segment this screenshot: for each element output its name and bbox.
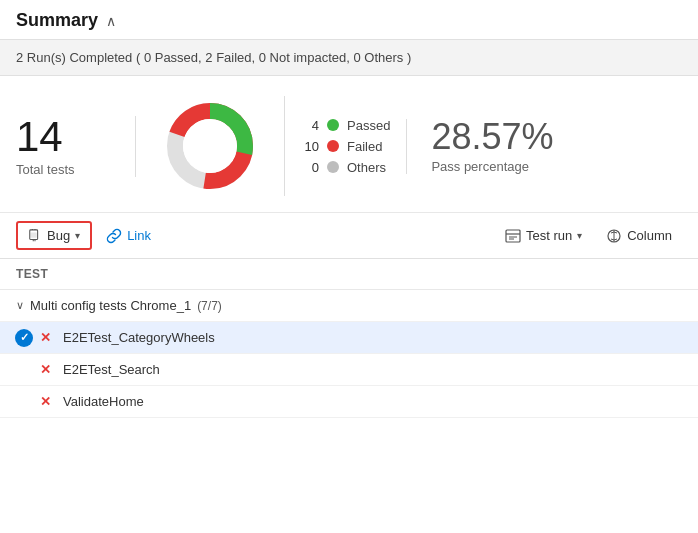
- page-title: Summary: [16, 10, 98, 31]
- test-table: Test ∨ Multi config tests Chrome_1 (7/7)…: [0, 259, 698, 418]
- fail-icon: ✕: [40, 362, 51, 377]
- test-column-header: Test: [16, 267, 48, 281]
- test-run-chevron-icon: ▾: [577, 230, 582, 241]
- fail-icon: ✕: [40, 330, 51, 345]
- column-button[interactable]: Column: [596, 223, 682, 249]
- total-tests-block: 14 Total tests: [16, 116, 136, 177]
- svg-point-3: [183, 119, 237, 173]
- link-button[interactable]: Link: [96, 223, 161, 249]
- checkbox-selected-icon: ✓: [15, 329, 33, 347]
- legend-passed: 4 Passed: [301, 118, 390, 133]
- summary-header: Summary ∧: [0, 0, 698, 40]
- others-dot: [327, 161, 339, 173]
- test-run-button[interactable]: Test run ▾: [495, 223, 592, 249]
- collapse-icon[interactable]: ∧: [106, 13, 116, 29]
- donut-chart: [160, 96, 260, 196]
- bug-icon: [28, 229, 42, 243]
- table-header: Test: [0, 259, 698, 290]
- svg-rect-10: [506, 230, 520, 242]
- group-name: Multi config tests Chrome_1: [30, 298, 191, 313]
- donut-chart-container: [136, 96, 285, 196]
- others-label: Others: [347, 160, 386, 175]
- failed-count: 10: [301, 139, 319, 154]
- pass-pct-number: 28.57%: [431, 119, 553, 155]
- legend-failed: 10 Failed: [301, 139, 390, 154]
- link-icon: [106, 228, 122, 244]
- bug-chevron-icon: ▾: [75, 230, 80, 241]
- test-name: E2ETest_CategoryWheels: [63, 330, 215, 345]
- total-tests-label: Total tests: [16, 162, 75, 177]
- column-label: Column: [627, 228, 672, 243]
- toolbar: Bug ▾ Link Test run ▾ Column: [0, 213, 698, 259]
- bug-label: Bug: [47, 228, 70, 243]
- test-name: E2ETest_Search: [63, 362, 160, 377]
- group-expand-icon[interactable]: ∨: [16, 299, 24, 312]
- table-row[interactable]: ✕ ValidateHome: [0, 386, 698, 418]
- passed-count: 4: [301, 118, 319, 133]
- group-count: (7/7): [197, 299, 222, 313]
- row-checkbox[interactable]: [14, 392, 34, 412]
- passed-label: Passed: [347, 118, 390, 133]
- stats-area: 14 Total tests 4 Passed 10 Failed 0: [0, 76, 698, 213]
- row-checkbox[interactable]: [14, 360, 34, 380]
- pass-pct-label: Pass percentage: [431, 159, 529, 174]
- column-icon: [606, 228, 622, 244]
- total-tests-number: 14: [16, 116, 63, 158]
- test-run-label: Test run: [526, 228, 572, 243]
- others-count: 0: [301, 160, 319, 175]
- runs-banner: 2 Run(s) Completed ( 0 Passed, 2 Failed,…: [0, 40, 698, 76]
- test-group-row[interactable]: ∨ Multi config tests Chrome_1 (7/7): [0, 290, 698, 322]
- row-checkbox[interactable]: ✓: [14, 328, 34, 348]
- link-label: Link: [127, 228, 151, 243]
- failed-dot: [327, 140, 339, 152]
- banner-text: 2 Run(s) Completed ( 0 Passed, 2 Failed,…: [16, 50, 411, 65]
- table-row[interactable]: ✓ ✕ E2ETest_CategoryWheels: [0, 322, 698, 354]
- table-row[interactable]: ✕ E2ETest_Search: [0, 354, 698, 386]
- checkmark-icon: ✓: [20, 331, 29, 344]
- pass-percentage-block: 28.57% Pass percentage: [406, 119, 682, 174]
- fail-icon: ✕: [40, 394, 51, 409]
- test-run-icon: [505, 228, 521, 244]
- failed-label: Failed: [347, 139, 382, 154]
- test-name: ValidateHome: [63, 394, 144, 409]
- bug-button[interactable]: Bug ▾: [16, 221, 92, 250]
- legend-others: 0 Others: [301, 160, 390, 175]
- svg-rect-7: [31, 232, 37, 237]
- legend-block: 4 Passed 10 Failed 0 Others: [285, 118, 406, 175]
- passed-dot: [327, 119, 339, 131]
